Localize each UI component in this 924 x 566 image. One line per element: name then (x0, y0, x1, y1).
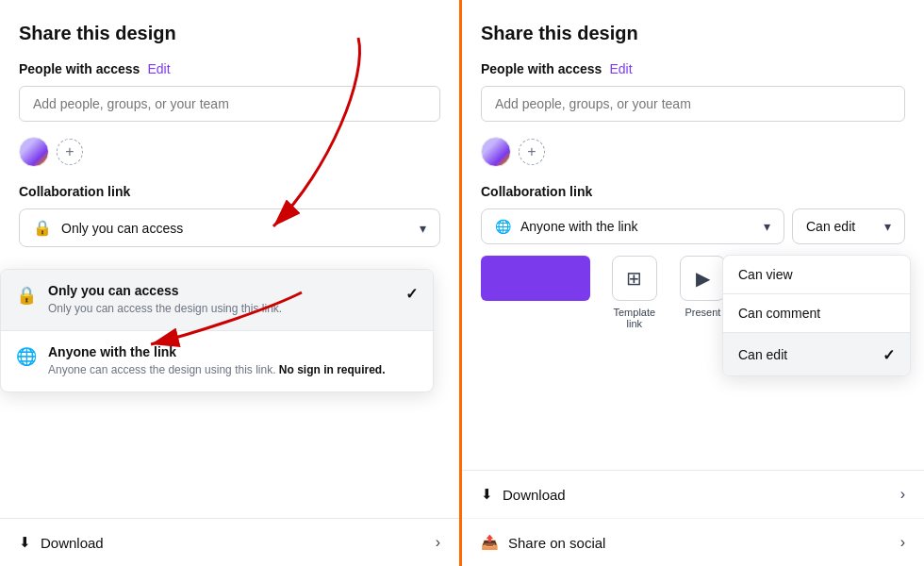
left-avatar-row: + (19, 137, 440, 167)
left-download-label: Download (41, 535, 104, 551)
left-collab-dropdown-inner: 🔒 Only you can access (33, 219, 183, 237)
avatar-right (481, 137, 511, 167)
right-can-edit[interactable]: Can edit ✓ (723, 333, 910, 375)
lock-icon: 🔒 (33, 219, 52, 237)
right-download-button[interactable]: ⬇ Download › (462, 471, 924, 519)
checkmark-icon: ✓ (405, 285, 418, 303)
dropdown-item-content: Only you can access Only you can access … (48, 283, 394, 317)
dropdown-item-content-anyone: Anyone with the link Anyone can access t… (48, 344, 418, 378)
right-avatar-row: + (481, 137, 905, 167)
right-share-chevron-icon: › (900, 534, 905, 551)
present-label: Present (685, 307, 720, 318)
left-people-label: People with access (19, 61, 140, 76)
right-edit-link[interactable]: Edit (609, 61, 632, 76)
left-dropdown-menu: 🔒 Only you can access Only you can acces… (0, 269, 434, 392)
chevron-down-icon: ▾ (420, 221, 426, 236)
left-bottom-section: ⬇ Download › (0, 518, 459, 566)
right-panel-title: Share this design (481, 23, 905, 44)
right-people-label: People with access (481, 61, 602, 76)
download-icon: ⬇ (19, 534, 31, 551)
dropdown-item-title: Only you can access (48, 283, 394, 298)
template-link-icon: ⊞ (612, 256, 657, 301)
right-collab-section: Collaboration link 🌐 Anyone with the lin… (481, 184, 905, 244)
dropdown-item-anyone-title: Anyone with the link (48, 344, 418, 359)
can-comment-label: Can comment (738, 306, 820, 321)
globe-icon-right: 🌐 (495, 219, 511, 234)
right-download-left: ⬇ Download (481, 486, 566, 503)
right-download-label: Download (503, 487, 566, 503)
dropdown-item-anyone-desc: Anyone can access the design using this … (48, 362, 418, 378)
purple-bar (481, 256, 590, 301)
can-view-label: Can view (738, 267, 793, 282)
right-people-section: People with access Edit (481, 61, 905, 76)
dropdown-item-only-you[interactable]: 🔒 Only you can access Only you can acces… (1, 270, 433, 330)
globe-icon: 🌐 (16, 346, 37, 367)
left-download-left: ⬇ Download (19, 534, 104, 551)
right-panel: Share this design People with access Edi… (462, 0, 924, 566)
right-side-dropdown[interactable]: Can edit ▾ (792, 208, 905, 244)
right-collab-label: Collaboration link (481, 184, 905, 199)
left-collab-dropdown[interactable]: 🔒 Only you can access ▾ (19, 208, 440, 247)
right-share-social-label: Share on social (508, 535, 605, 551)
dropdown-item-anyone[interactable]: 🌐 Anyone with the link Anyone can access… (1, 331, 433, 391)
template-link-label: Template link (605, 307, 663, 329)
icon-grid-item-template[interactable]: ⊞ Template link (605, 256, 663, 329)
can-edit-checkmark: ✓ (883, 346, 895, 364)
right-side-dropdown-value: Can edit (806, 219, 855, 234)
right-share-social-button[interactable]: 📤 Share on social › (462, 519, 924, 566)
left-people-section: People with access Edit (19, 61, 440, 76)
dropdown-item-desc: Only you can access the design using thi… (48, 301, 394, 317)
share-social-icon: 📤 (481, 534, 499, 551)
right-main-dropdown-inner: 🌐 Anyone with the link (495, 219, 638, 234)
lock-icon: 🔒 (16, 285, 37, 306)
right-main-dropdown-value: Anyone with the link (520, 219, 638, 234)
right-chevron-right-icon: › (900, 486, 905, 503)
avatar (19, 137, 49, 167)
present-icon: ▶ (680, 256, 725, 301)
left-collab-value: Only you can access (61, 221, 183, 236)
right-can-comment[interactable]: Can comment (723, 294, 910, 332)
left-download-button[interactable]: ⬇ Download › (0, 519, 459, 566)
chevron-down-main-icon: ▾ (764, 219, 770, 234)
right-dropdown-menu: Can view Can comment Can edit ✓ (722, 255, 911, 376)
right-search-input[interactable] (481, 86, 905, 122)
left-collab-label: Collaboration link (19, 184, 440, 199)
left-collab-section: Collaboration link 🔒 Only you can access… (19, 184, 440, 247)
add-person-button[interactable]: + (57, 139, 83, 165)
left-search-input[interactable] (19, 86, 440, 122)
right-main-dropdown[interactable]: 🌐 Anyone with the link ▾ (481, 208, 784, 244)
right-can-view[interactable]: Can view (723, 256, 910, 293)
right-add-person-button[interactable]: + (519, 139, 545, 165)
can-edit-label: Can edit (738, 347, 787, 362)
right-share-social-left: 📤 Share on social (481, 534, 605, 551)
left-panel-title: Share this design (19, 23, 440, 44)
left-panel: Share this design People with access Edi… (0, 0, 462, 566)
chevron-right-icon: › (436, 534, 440, 551)
chevron-down-side-icon: ▾ (884, 219, 891, 234)
right-collab-row: 🌐 Anyone with the link ▾ Can edit ▾ (481, 208, 905, 244)
left-edit-link[interactable]: Edit (147, 61, 170, 76)
right-bottom-section: ⬇ Download › 📤 Share on social › (462, 470, 924, 566)
right-download-icon: ⬇ (481, 486, 493, 503)
